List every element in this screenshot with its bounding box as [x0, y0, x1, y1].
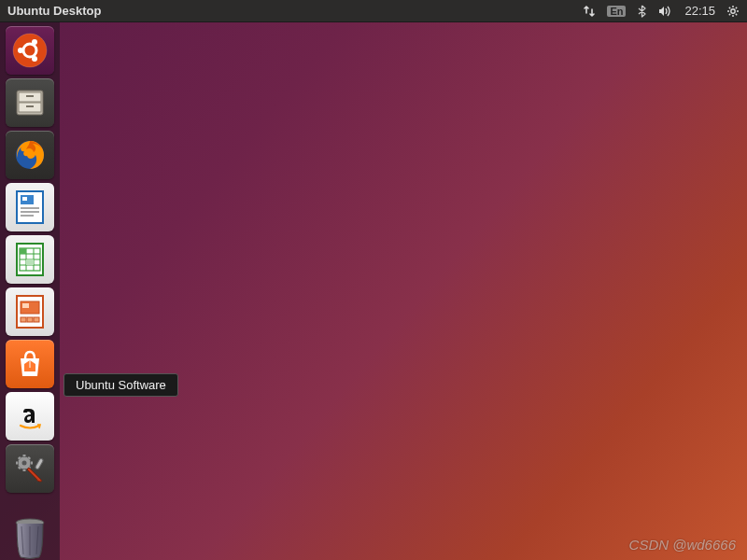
svg-rect-15	[22, 197, 27, 201]
svg-rect-33	[34, 317, 39, 322]
indicator-area: En 22:15	[583, 4, 740, 18]
writer-icon	[13, 189, 47, 226]
svg-rect-27	[26, 259, 34, 265]
calc-button[interactable]	[6, 235, 54, 284]
svg-point-35	[22, 461, 27, 466]
svg-rect-30	[22, 303, 29, 308]
impress-icon	[13, 293, 47, 330]
impress-button[interactable]	[6, 287, 54, 336]
watermark-text: CSDN @wd6666	[629, 537, 736, 553]
firefox-icon	[11, 136, 49, 174]
clock[interactable]: 22:15	[684, 4, 715, 18]
svg-rect-11	[26, 105, 34, 107]
system-settings-button[interactable]	[6, 444, 54, 493]
svg-point-5	[32, 39, 37, 45]
svg-rect-31	[21, 317, 26, 322]
writer-button[interactable]	[6, 183, 54, 231]
file-cabinet-icon	[12, 85, 48, 120]
volume-icon[interactable]	[658, 5, 673, 18]
trash-icon	[10, 515, 49, 560]
shopping-bag-icon	[13, 347, 47, 381]
panel-title: Ubuntu Desktop	[7, 4, 583, 18]
firefox-button[interactable]	[6, 131, 54, 179]
svg-point-6	[32, 56, 37, 62]
svg-rect-10	[26, 95, 34, 97]
language-indicator[interactable]: En	[607, 6, 626, 17]
ubuntu-logo-icon	[11, 32, 49, 69]
ubuntu-software-button[interactable]	[6, 340, 54, 388]
unity-launcher	[0, 22, 60, 560]
svg-rect-36	[35, 458, 43, 469]
wrench-gear-icon	[12, 451, 48, 486]
top-panel: Ubuntu Desktop En 22:15	[0, 0, 747, 22]
svg-rect-26	[20, 248, 26, 254]
dash-button[interactable]	[6, 26, 54, 75]
files-button[interactable]	[6, 78, 54, 127]
svg-point-0	[731, 8, 735, 12]
svg-point-4	[18, 48, 23, 53]
launcher-tooltip: Ubuntu Software	[63, 373, 178, 397]
calc-icon	[13, 241, 47, 278]
svg-rect-32	[27, 317, 33, 322]
bluetooth-icon[interactable]	[637, 5, 647, 18]
network-icon[interactable]	[583, 5, 596, 18]
amazon-icon	[13, 399, 47, 433]
amazon-button[interactable]	[6, 392, 54, 441]
trash-button[interactable]	[6, 511, 54, 560]
gear-icon[interactable]	[726, 5, 740, 18]
